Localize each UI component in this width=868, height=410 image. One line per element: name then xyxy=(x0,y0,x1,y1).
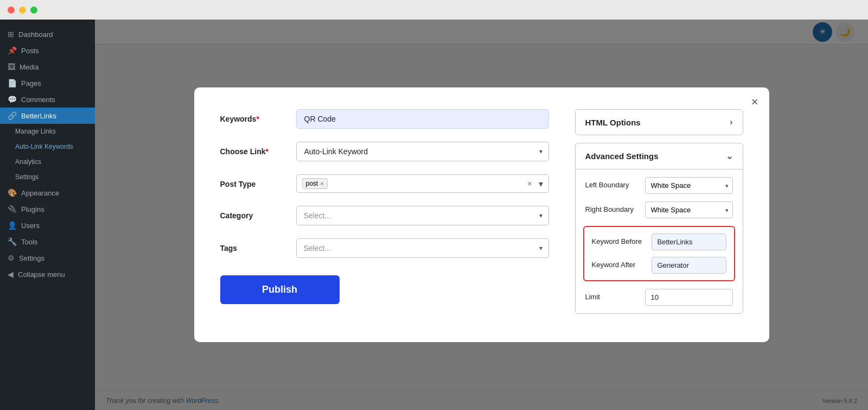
sidebar-item-dashboard[interactable]: ⊞ Dashboard xyxy=(0,26,95,42)
modal-right-panel: HTML Options › Advanced Settings ⌄ xyxy=(575,109,743,320)
plugins-icon: 🔌 xyxy=(8,205,17,213)
modal-close-button[interactable]: × xyxy=(751,96,758,108)
sidebar-item-settings[interactable]: ⚙ Settings xyxy=(0,250,95,266)
tools-icon: 🔧 xyxy=(8,237,17,246)
right-boundary-label: Right Boundary xyxy=(585,205,640,215)
sidebar-label-users: Users xyxy=(21,222,40,230)
post-type-tags-field: post × × ▾ xyxy=(296,174,549,193)
choose-link-row: Choose Link* Auto-Link Keyword ▾ xyxy=(220,142,549,161)
sidebar-label-analytics: Analytics xyxy=(15,158,41,166)
users-icon: 👤 xyxy=(8,221,17,230)
choose-link-field: Auto-Link Keyword ▾ xyxy=(296,142,549,161)
left-boundary-row: Left Boundary White Space Any Character … xyxy=(585,177,733,194)
sidebar-label-pages: Pages xyxy=(21,79,41,87)
limit-input[interactable] xyxy=(645,289,733,306)
post-type-clear-icon[interactable]: × xyxy=(527,179,532,188)
category-row: Category Select... ▾ xyxy=(220,206,549,225)
sidebar-label-auto-link: Auto-Link Keywords xyxy=(15,143,73,150)
keywords-input[interactable] xyxy=(296,109,549,129)
media-icon: 🖼 xyxy=(8,62,15,71)
sidebar-label-media: Media xyxy=(20,63,39,71)
keyword-after-row: Keyword After xyxy=(592,257,726,274)
close-dot[interactable] xyxy=(8,7,15,14)
tags-select-wrapper: Select... ▾ xyxy=(296,238,549,258)
modal: × Keywords* Choo xyxy=(194,87,769,342)
sidebar-label-collapse: Collapse menu xyxy=(18,270,65,279)
post-type-field: post × × ▾ xyxy=(296,174,549,193)
betterlinks-icon: 🔗 xyxy=(8,111,17,120)
sidebar-label-comments: Comments xyxy=(21,96,55,104)
sidebar-label-plugins: Plugins xyxy=(21,205,44,213)
post-type-row: Post Type post × × ▾ xyxy=(220,174,549,193)
sidebar-item-media[interactable]: 🖼 Media xyxy=(0,59,95,75)
appearance-icon: 🎨 xyxy=(8,188,17,197)
left-boundary-label: Left Boundary xyxy=(585,181,640,190)
sidebar-item-tools[interactable]: 🔧 Tools xyxy=(0,234,95,250)
sidebar-item-posts[interactable]: 📌 Posts xyxy=(0,42,95,59)
tags-label: Tags xyxy=(220,238,285,253)
choose-link-label: Choose Link* xyxy=(220,142,285,156)
advanced-settings-title: Advanced Settings xyxy=(585,152,659,161)
sidebar-item-betterlinks[interactable]: 🔗 BetterLinks xyxy=(0,108,95,124)
category-label: Category xyxy=(220,206,285,220)
keyword-after-label: Keyword After xyxy=(592,261,646,270)
tags-row: Tags Select... ▾ xyxy=(220,238,549,258)
sidebar-label-dashboard: Dashboard xyxy=(18,30,53,39)
tags-field-wrapper: Select... ▾ xyxy=(296,238,549,258)
html-options-arrow-icon: › xyxy=(730,117,732,127)
keyword-before-row: Keyword Before xyxy=(592,234,726,250)
keyword-after-input[interactable] xyxy=(652,257,726,274)
post-type-label: Post Type xyxy=(220,174,285,188)
sidebar-item-pages[interactable]: 📄 Pages xyxy=(0,75,95,91)
titlebar xyxy=(0,0,868,20)
sidebar-label-betterlinks: BetterLinks xyxy=(21,112,56,120)
sidebar-item-appearance[interactable]: 🎨 Appearance xyxy=(0,185,95,201)
keyword-highlighted-section: Keyword Before Keyword After xyxy=(583,226,735,281)
category-select[interactable] xyxy=(296,206,549,225)
right-boundary-select-wrapper: White Space Any Character None ▾ xyxy=(645,201,733,218)
maximize-dot[interactable] xyxy=(30,7,37,14)
left-boundary-select[interactable]: White Space Any Character None xyxy=(645,177,733,194)
sidebar-item-plugins[interactable]: 🔌 Plugins xyxy=(0,201,95,217)
left-boundary-select-wrapper: White Space Any Character None ▾ xyxy=(645,177,733,194)
right-boundary-select[interactable]: White Space Any Character None xyxy=(645,201,733,218)
post-type-tag: post × xyxy=(302,178,328,189)
sidebar-label-settings-bl: Settings xyxy=(15,173,39,181)
sidebar-label-appearance: Appearance xyxy=(21,189,59,197)
sidebar-item-auto-link-keywords[interactable]: Auto-Link Keywords xyxy=(0,139,95,154)
sidebar-label-manage-links: Manage Links xyxy=(15,128,56,135)
settings-icon: ⚙ xyxy=(8,254,15,262)
html-options-header[interactable]: HTML Options › xyxy=(576,110,743,135)
publish-button[interactable]: Publish xyxy=(220,275,340,304)
advanced-settings-section: Advanced Settings ⌄ Left Boundary White … xyxy=(575,143,743,314)
app-wrapper: ⊞ Dashboard 📌 Posts 🖼 Media 📄 Pages 💬 Co… xyxy=(0,20,868,410)
advanced-settings-header[interactable]: Advanced Settings ⌄ xyxy=(576,143,743,169)
modal-left-panel: Keywords* Choose Link* xyxy=(220,109,549,320)
minimize-dot[interactable] xyxy=(19,7,26,14)
tags-select[interactable] xyxy=(296,238,549,258)
html-options-section: HTML Options › xyxy=(575,109,743,135)
keyword-before-label: Keyword Before xyxy=(592,237,646,247)
sidebar-item-users[interactable]: 👤 Users xyxy=(0,217,95,234)
publish-row: Publish xyxy=(220,271,549,304)
keywords-field xyxy=(296,109,549,129)
sidebar-item-analytics[interactable]: Analytics xyxy=(0,154,95,169)
keyword-before-input[interactable] xyxy=(652,234,726,250)
sidebar-label-tools: Tools xyxy=(21,238,37,246)
sidebar-label-settings: Settings xyxy=(19,254,44,262)
right-boundary-row: Right Boundary White Space Any Character… xyxy=(585,201,733,218)
comments-icon: 💬 xyxy=(8,95,17,104)
pages-icon: 📄 xyxy=(8,79,17,87)
posts-icon: 📌 xyxy=(8,46,17,55)
sidebar-item-collapse[interactable]: ◀ Collapse menu xyxy=(0,266,95,282)
post-type-tag-remove[interactable]: × xyxy=(320,180,323,187)
sidebar-item-manage-links[interactable]: Manage Links xyxy=(0,124,95,139)
sidebar-item-settings-bl[interactable]: Settings xyxy=(0,169,95,185)
category-field: Select... ▾ xyxy=(296,206,549,225)
sidebar-item-comments[interactable]: 💬 Comments xyxy=(0,91,95,108)
choose-link-select[interactable]: Auto-Link Keyword xyxy=(296,142,549,161)
modal-overlay: × Keywords* Choo xyxy=(95,20,868,410)
dashboard-icon: ⊞ xyxy=(8,30,14,39)
post-type-dropdown-icon[interactable]: ▾ xyxy=(539,179,543,189)
collapse-icon: ◀ xyxy=(8,270,14,279)
